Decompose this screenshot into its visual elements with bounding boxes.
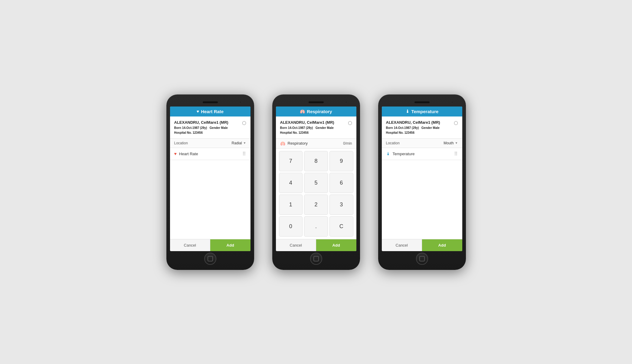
numpad-7[interactable]: 7 [279,151,303,171]
resp-value: 0/min [343,141,352,146]
patient-details-2: Born 14-Oct-1987 (29y) Gender Male [280,126,352,130]
patient-info-2: ALEXANDRU, CelMare1 (MR) Born 14-Oct-198… [276,116,356,139]
phone-speaker-3 [414,101,430,103]
phone-heart-rate: ♥ Heart Rate ALEXANDRU, CelMare1 (MR) Bo… [166,94,254,270]
gender-3: Male [433,126,440,130]
phone-screen-1: ♥ Heart Rate ALEXANDRU, CelMare1 (MR) Bo… [170,107,251,251]
gender-2: Male [327,126,334,130]
vital-label-1: Heart Rate [179,152,242,156]
phone-speaker-1 [203,101,218,103]
vital-grid-icon-3[interactable]: ⠿ [454,151,458,157]
phone-speaker-2 [309,101,324,103]
phone-top-bar-1 [170,98,251,107]
numpad: 7 8 9 4 5 6 1 2 3 0 . C [276,149,356,239]
location-label-1: Location [174,141,232,145]
numpad-1[interactable]: 1 [279,195,303,215]
external-link-icon-3[interactable]: ⬡ [454,120,458,126]
numpad-dot[interactable]: . [304,216,328,237]
phone-screen-3: 🌡 Temperature ALEXANDRU, CelMare1 (MR) B… [382,107,462,251]
born-label-3: Born [386,126,393,130]
numpad-0[interactable]: 0 [279,216,303,237]
numpad-2[interactable]: 2 [304,195,328,215]
hospital-no-1: 123456 [193,131,203,134]
resp-label: Respiratory [288,141,343,146]
app-header-3: 🌡 Temperature [382,107,462,116]
vital-grid-icon-1[interactable]: ⠿ [242,151,246,157]
patient-name-3: ALEXANDRU, CelMare1 (MR) [386,120,458,125]
phone-camera-2 [345,101,347,103]
cancel-button-1[interactable]: Cancel [170,239,211,251]
bottom-bar-2: Cancel Add [276,239,356,251]
location-value-1[interactable]: Radial ▼ [232,141,246,145]
home-button-inner-2 [313,256,319,261]
add-button-2[interactable]: Add [316,239,356,251]
location-text-1: Radial [232,141,242,145]
phone-top-bar-2 [276,98,356,107]
patient-name-2: ALEXANDRU, CelMare1 (MR) [280,120,352,125]
vital-row-3: 🌡 Temperature ⠿ [382,148,462,160]
home-button-inner-1 [208,256,213,261]
gender-1: Male [221,126,228,130]
phone-top-bar-3 [382,98,462,107]
add-button-3[interactable]: Add [422,239,462,251]
born-date-1: 14-Oct-1987 (29y) [182,126,207,130]
external-link-icon-2[interactable]: ⬡ [348,120,352,126]
home-button-3[interactable] [416,253,428,265]
cancel-button-3[interactable]: Cancel [382,239,422,251]
hospital-label-3: Hospital No. [386,131,404,134]
hospital-label-1: Hospital No. [174,131,192,134]
numpad-row-2: 4 5 6 [279,173,353,193]
temperature-header-title: Temperature [411,109,439,114]
numpad-3[interactable]: 3 [329,195,353,215]
location-dropdown-arrow-1[interactable]: ▼ [243,141,246,145]
patient-details-3: Born 14-Oct-1987 (29y) Gender Male [386,126,458,130]
app-header-1: ♥ Heart Rate [170,107,251,116]
heart-rate-header-icon: ♥ [197,109,199,114]
numpad-5[interactable]: 5 [304,173,328,193]
location-text-3: Mouth [444,141,454,145]
phone-respiratory: 🫁 Respiratory ALEXANDRU, CelMare1 (MR) B… [272,94,360,270]
respiratory-header-title: Respiratory [307,109,332,114]
born-date-2: 14-Oct-1987 (29y) [288,126,313,130]
hospital-no-2: 123456 [299,131,309,134]
patient-info-1: ALEXANDRU, CelMare1 (MR) Born 14-Oct-198… [170,116,251,139]
phone-screen-2: 🫁 Respiratory ALEXANDRU, CelMare1 (MR) B… [276,107,356,251]
location-label-3: Location [386,141,444,145]
respiratory-row: 🫁 Respiratory 0/min [276,139,356,149]
location-dropdown-arrow-3[interactable]: ▼ [455,141,458,145]
bottom-bar-3: Cancel Add [382,239,462,251]
numpad-clear[interactable]: C [329,216,353,237]
numpad-9[interactable]: 9 [329,151,353,171]
temperature-header-icon: 🌡 [405,109,410,114]
external-link-icon-1[interactable]: ⬡ [242,120,246,126]
add-button-1[interactable]: Add [210,239,251,251]
vital-icon-1: ♥ [174,151,177,156]
location-row-3: Location Mouth ▼ [382,139,462,148]
hospital-info-2: Hospital No. 123456 [280,130,352,135]
phone-camera-3 [451,101,453,103]
hospital-no-3: 123456 [404,131,414,134]
bottom-bar-1: Cancel Add [170,239,251,251]
numpad-row-1: 7 8 9 [279,151,353,171]
hospital-info-3: Hospital No. 123456 [386,130,458,135]
cancel-button-2[interactable]: Cancel [276,239,316,251]
numpad-6[interactable]: 6 [329,173,353,193]
numpad-row-3: 1 2 3 [279,195,353,215]
vital-label-3: Temperature [393,152,454,156]
numpad-4[interactable]: 4 [279,173,303,193]
phone-temperature: 🌡 Temperature ALEXANDRU, CelMare1 (MR) B… [378,94,466,270]
numpad-8[interactable]: 8 [304,151,328,171]
home-button-2[interactable] [310,253,322,265]
born-label-2: Born [280,126,287,130]
born-label-1: Born [174,126,181,130]
gender-label-1: Gender [210,126,220,130]
born-date-3: 14-Oct-1987 (29y) [394,126,419,130]
app-header-2: 🫁 Respiratory [276,107,356,116]
phone-bottom-bar-2 [276,251,356,266]
hospital-info-1: Hospital No. 123456 [174,130,246,135]
location-value-3[interactable]: Mouth ▼ [444,141,458,145]
patient-details-1: Born 14-Oct-1987 (29y) Gender Male [174,126,246,130]
home-button-1[interactable] [204,253,216,265]
gender-label-2: Gender [316,126,326,130]
vital-row-1: ♥ Heart Rate ⠿ [170,148,251,160]
